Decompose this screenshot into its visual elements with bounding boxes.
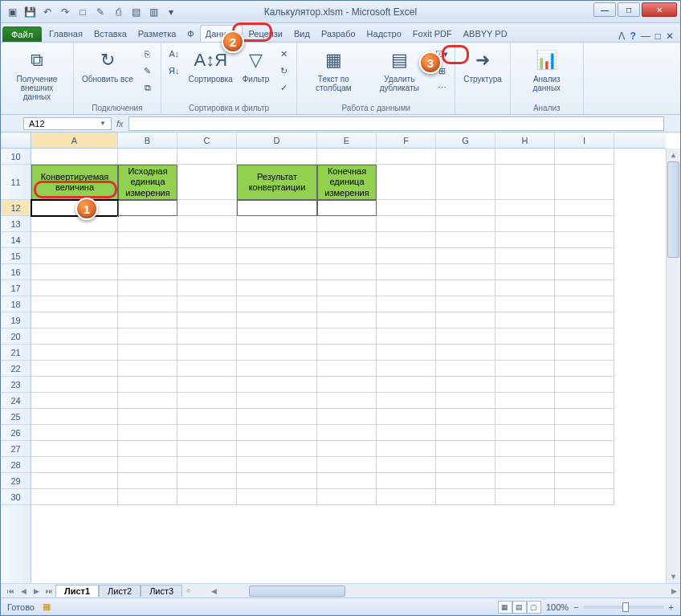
row-header-17[interactable]: 17 [1,280,31,296]
cell-E22[interactable] [317,361,377,377]
cell-C28[interactable] [177,457,237,473]
scroll-thumb-v[interactable] [667,161,679,258]
cell-F23[interactable] [377,377,436,393]
cell-G19[interactable] [436,312,495,328]
cell-D28[interactable] [237,457,317,473]
cell-E15[interactable] [317,248,377,264]
cell-I27[interactable] [555,441,614,457]
cell-A12[interactable] [31,200,118,216]
scroll-up-icon[interactable]: ▲ [667,149,680,161]
cell-G11[interactable] [436,165,495,200]
cell-H12[interactable] [495,200,555,216]
cell-H14[interactable] [495,232,555,248]
cell-D15[interactable] [237,248,317,264]
tab-foxit pdf[interactable]: Foxit PDF [407,25,458,42]
cell-I17[interactable] [555,280,614,296]
zoom-out-icon[interactable]: − [573,602,578,612]
ribbon-small-button[interactable]: Я↓ [166,63,182,79]
cell-A30[interactable] [31,489,118,505]
cell-E27[interactable] [317,441,377,457]
ribbon-button[interactable]: 📊Анализ данных [516,46,578,94]
cell-D27[interactable] [237,441,317,457]
cell-F11[interactable] [377,165,436,200]
cell-H29[interactable] [495,473,555,489]
cell-H19[interactable] [495,312,555,328]
cell-H23[interactable] [495,377,555,393]
select-all-corner[interactable] [1,133,31,149]
cell-D25[interactable] [237,409,317,425]
cell-A28[interactable] [31,457,118,473]
qat-dropdown-icon[interactable]: ▾ [163,4,179,20]
col-header-A[interactable]: A [31,133,118,148]
cell-C20[interactable] [177,328,237,345]
cell-E21[interactable] [317,345,377,361]
cell-F13[interactable] [377,216,436,232]
col-header-B[interactable]: B [118,133,177,148]
cell-B11[interactable]: Исходная единица измерения [118,165,177,200]
cell-B22[interactable] [118,361,177,377]
cell-G20[interactable] [436,328,495,345]
cell-A19[interactable] [31,312,118,328]
row-header-22[interactable]: 22 [1,361,31,377]
cell-H24[interactable] [495,393,555,409]
cell-F29[interactable] [377,473,436,489]
cell-D23[interactable] [237,377,317,393]
cell-E19[interactable] [317,312,377,328]
close-button[interactable]: ✕ [642,2,677,17]
cell-B23[interactable] [118,377,177,393]
cell-B21[interactable] [118,345,177,361]
sheet-tab-Лист2[interactable]: Лист2 [99,585,141,597]
ribbon-small-button[interactable]: ↻ [275,63,292,79]
cell-D10[interactable] [237,149,317,165]
cell-I13[interactable] [555,216,614,232]
cell-F26[interactable] [377,425,436,441]
cell-A17[interactable] [31,280,118,296]
cell-A13[interactable] [31,216,118,232]
sheet-tab-Лист3[interactable]: Лист3 [141,585,182,597]
ribbon-button[interactable]: ➜Структура [460,46,504,85]
cell-A26[interactable] [31,425,118,441]
cell-E28[interactable] [317,457,377,473]
cell-H18[interactable] [495,296,555,312]
col-header-E[interactable]: E [317,133,377,148]
cell-E11[interactable]: Конечная единица измерения [317,165,377,200]
cell-B24[interactable] [118,393,177,409]
cell-B10[interactable] [118,149,177,165]
cell-G27[interactable] [436,441,495,457]
cell-F18[interactable] [377,296,436,312]
cell-I15[interactable] [555,248,614,264]
zoom-level[interactable]: 100% [546,602,569,612]
cell-B14[interactable] [118,232,177,248]
doc-maximize-icon[interactable]: □ [655,31,661,42]
tab-надстро[interactable]: Надстро [361,25,407,42]
cell-B26[interactable] [118,425,177,441]
cell-H20[interactable] [495,328,555,345]
cell-G26[interactable] [436,425,495,441]
cell-H21[interactable] [495,345,555,361]
cell-F20[interactable] [377,328,436,345]
row-header-11[interactable]: 11 [1,165,31,200]
sheet-nav-next-icon[interactable]: ▶ [30,587,43,595]
fx-icon[interactable]: fx [116,119,124,129]
tab-главная[interactable]: Главная [43,25,88,42]
cell-G25[interactable] [436,409,495,425]
redo-icon[interactable]: ↷ [57,4,73,20]
cell-B28[interactable] [118,457,177,473]
cell-G28[interactable] [436,457,495,473]
cell-C10[interactable] [177,149,237,165]
cell-A14[interactable] [31,232,118,248]
cell-A24[interactable] [31,393,118,409]
doc-close-icon[interactable]: ✕ [666,31,674,42]
cell-I22[interactable] [555,361,614,377]
cell-H17[interactable] [495,280,555,296]
cell-I18[interactable] [555,296,614,312]
cell-A27[interactable] [31,441,118,457]
cell-E12[interactable] [317,200,377,216]
ribbon-collapse-icon[interactable]: ᐱ [618,31,625,42]
cell-E16[interactable] [317,264,377,280]
col-header-C[interactable]: C [177,133,237,148]
cell-I10[interactable] [555,149,614,165]
cell-F22[interactable] [377,361,436,377]
cell-G17[interactable] [436,280,495,296]
cell-D26[interactable] [237,425,317,441]
